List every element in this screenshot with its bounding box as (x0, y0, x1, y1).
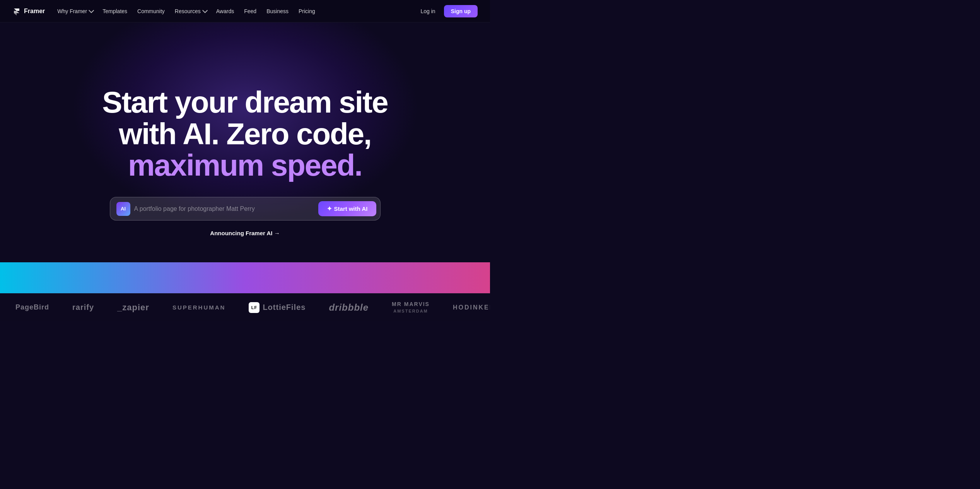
chevron-icon (202, 7, 208, 13)
logo-superhuman: SUPERHUMAN (172, 304, 226, 311)
star-icon: ✦ (327, 205, 332, 212)
logo[interactable]: Framer (12, 7, 45, 15)
hero-prompt-input[interactable] (134, 205, 318, 212)
logo-rarify: rarify (72, 303, 94, 312)
logo-zapier: _zapier (117, 303, 149, 313)
logo-dribbble: dribbble (329, 302, 369, 313)
logo-pagebird: PageBird (15, 303, 49, 311)
hero-title-accent: maximum speed. (128, 148, 362, 182)
chevron-icon (89, 7, 94, 13)
framer-logo-icon (12, 7, 21, 15)
lottiefiles-icon: LF (249, 302, 260, 313)
ai-icon-badge: AI (116, 202, 130, 216)
login-button[interactable]: Log in (415, 6, 441, 17)
start-with-ai-button[interactable]: ✦ Start with AI (318, 201, 376, 216)
signup-button[interactable]: Sign up (444, 5, 478, 17)
nav-feed[interactable]: Feed (239, 6, 261, 17)
logo-mrmarvis: MR MARVISAMSTERDAM (392, 301, 430, 314)
nav-links: Why Framer Templates Community Resources… (53, 6, 320, 17)
nav-awards[interactable]: Awards (212, 6, 239, 17)
logos-bar: PageBird rarify _zapier SUPERHUMAN LF Lo… (0, 293, 490, 321)
nav-pricing[interactable]: Pricing (294, 6, 320, 17)
hero-section: Start your dream site with AI. Zero code… (0, 22, 490, 293)
hero-content: Start your dream site with AI. Zero code… (102, 87, 388, 237)
nav-community[interactable]: Community (133, 6, 169, 17)
navbar: Framer Why Framer Templates Community Re… (0, 0, 490, 22)
nav-business[interactable]: Business (262, 6, 293, 17)
hero-title: Start your dream site with AI. Zero code… (102, 87, 388, 182)
nav-right: Log in Sign up (415, 5, 478, 17)
nav-resources[interactable]: Resources (170, 6, 211, 17)
announcing-framer-ai-link[interactable]: Announcing Framer AI → (210, 230, 280, 236)
logo-lottiefiles: LF LottieFiles (249, 302, 306, 313)
nav-templates[interactable]: Templates (98, 6, 132, 17)
hero-search-box: AI ✦ Start with AI (110, 197, 381, 221)
nav-why-framer[interactable]: Why Framer (53, 6, 97, 17)
nav-left: Framer Why Framer Templates Community Re… (12, 6, 320, 17)
logo-hodinkee: HODINKEE (453, 304, 490, 311)
logo-text: Framer (24, 8, 45, 15)
